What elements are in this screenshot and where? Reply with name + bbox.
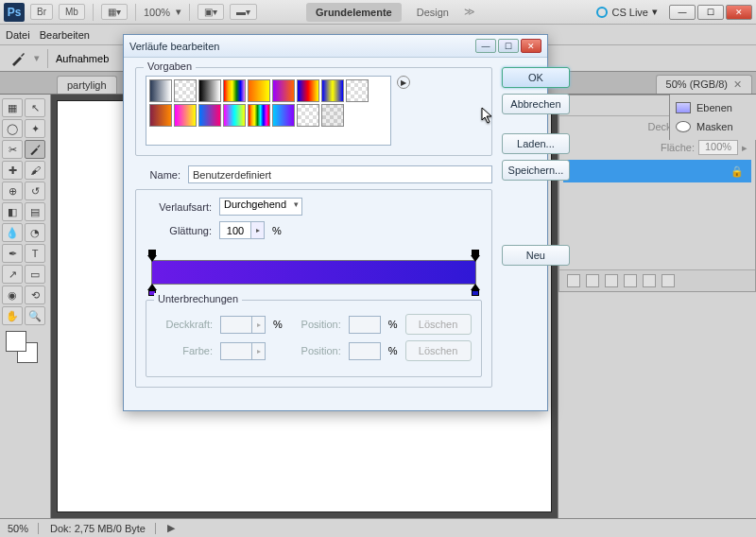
spinner-arrow-icon[interactable]: ▸	[251, 221, 265, 239]
type-label: Verlaufsart:	[146, 201, 212, 213]
preset-swatch[interactable]	[321, 104, 344, 127]
window-maximize[interactable]: ☐	[697, 5, 724, 20]
load-button[interactable]: Laden...	[502, 133, 571, 154]
tool-lasso[interactable]: ◯	[2, 119, 23, 138]
newlayer-icon[interactable]	[643, 274, 656, 287]
preset-swatch[interactable]	[272, 79, 295, 102]
color-swatches[interactable]	[6, 331, 38, 363]
window-close[interactable]: ✕	[726, 5, 752, 20]
window-minimize[interactable]: —	[669, 5, 696, 20]
presets-fieldset: Vorgaben	[135, 67, 492, 156]
preset-swatch[interactable]	[248, 104, 270, 127]
preset-swatch[interactable]	[149, 104, 172, 127]
trash-icon[interactable]	[662, 274, 675, 287]
minibridge-button[interactable]: Mb	[59, 4, 85, 20]
tool-dodge[interactable]: ◔	[25, 223, 45, 242]
tool-crop[interactable]: ✂	[2, 140, 23, 159]
mask-icon[interactable]	[586, 274, 599, 287]
stop-position-label-2: Position:	[290, 345, 341, 356]
workspace-tab-design[interactable]: Design	[407, 3, 458, 22]
tool-3d[interactable]: ◉	[2, 286, 23, 304]
tool-pen[interactable]: ✒	[2, 244, 23, 263]
tool-stamp[interactable]: ⊕	[2, 182, 23, 200]
stop-position-input-1	[349, 316, 381, 334]
tool-hand[interactable]: ✋	[2, 306, 23, 325]
preset-swatch[interactable]	[223, 104, 246, 127]
menu-datei[interactable]: Datei	[6, 29, 30, 41]
dialog-titlebar[interactable]: Verläufe bearbeiten — ☐ ✕	[124, 35, 547, 58]
preset-swatch[interactable]	[297, 104, 319, 127]
tool-blur[interactable]: 💧	[2, 223, 23, 242]
tool-type[interactable]: T	[25, 244, 45, 263]
new-button[interactable]: Neu	[502, 245, 571, 266]
stop-position-label: Position:	[290, 319, 341, 330]
preset-swatch[interactable]	[272, 104, 295, 127]
preset-swatch[interactable]	[174, 79, 197, 102]
status-arrow-icon[interactable]: ▶	[167, 522, 175, 534]
right-panel-tabs: Ebenen Masken	[669, 95, 756, 140]
fill-value[interactable]: 100%	[698, 140, 738, 155]
tool-preset-icon[interactable]	[9, 50, 26, 67]
gradient-ramp[interactable]	[146, 251, 482, 292]
cancel-button[interactable]: Abbrechen	[502, 94, 571, 114]
preset-swatch[interactable]	[321, 79, 344, 102]
smoothness-input[interactable]: ▸	[219, 221, 265, 239]
arrange-button-2[interactable]: ▬▾	[230, 4, 257, 20]
status-bar: 50% Dok: 2,75 MB/0 Byte ▶	[0, 518, 756, 537]
preset-swatch[interactable]	[297, 79, 319, 102]
tool-eraser[interactable]: ◧	[2, 202, 23, 221]
preset-swatch[interactable]	[198, 104, 221, 127]
preset-swatch[interactable]	[198, 79, 221, 102]
preset-swatch[interactable]	[223, 79, 246, 102]
close-icon[interactable]: ✕	[733, 78, 742, 90]
menu-bearbeiten[interactable]: Bearbeiten	[40, 29, 90, 41]
workspace-tab-grundelemente[interactable]: Grundelemente	[306, 3, 402, 22]
gradient-bar[interactable]	[151, 260, 476, 285]
layer-row[interactable]: 🔒	[563, 160, 751, 182]
folder-icon[interactable]	[605, 274, 618, 287]
tool-path[interactable]: ↗	[2, 265, 23, 284]
tool-heal[interactable]: ✚	[2, 161, 23, 180]
document-tab-right[interactable]: 50% (RGB/8)✕	[656, 75, 752, 94]
arrange-button-1[interactable]: ▣▾	[198, 4, 224, 20]
color-stop-right[interactable]	[471, 284, 480, 295]
zoom-display[interactable]: 100%	[144, 7, 170, 18]
opacity-stop-right[interactable]	[471, 250, 480, 261]
preset-swatch[interactable]	[248, 79, 270, 102]
adjust-icon[interactable]	[624, 274, 637, 287]
type-dropdown[interactable]: Durchgehend	[219, 198, 302, 216]
tool-history[interactable]: ↺	[25, 182, 45, 200]
preset-swatch[interactable]	[174, 104, 197, 127]
presets-grid[interactable]	[146, 76, 391, 146]
percent-label: %	[272, 225, 282, 236]
status-docinfo[interactable]: Dok: 2,75 MB/0 Byte	[50, 523, 156, 534]
tool-gradient[interactable]: ▤	[25, 202, 45, 221]
document-tab-left[interactable]: partyligh	[57, 76, 117, 94]
tool-zoom[interactable]: 🔍	[25, 306, 45, 325]
bridge-button[interactable]: Br	[30, 4, 53, 20]
screen-mode-button[interactable]: ▦▾	[101, 4, 128, 20]
preset-swatch[interactable]	[346, 79, 369, 102]
name-input[interactable]	[188, 165, 492, 183]
tool-move[interactable]: ▦	[2, 98, 23, 117]
layers-footer	[559, 269, 755, 291]
status-zoom[interactable]: 50%	[8, 523, 39, 534]
opacity-stop-left[interactable]	[147, 250, 157, 261]
preset-swatch[interactable]	[149, 79, 172, 102]
app-logo: Ps	[4, 3, 25, 22]
ok-button[interactable]: OK	[502, 67, 571, 88]
save-button[interactable]: Speichern...	[502, 160, 571, 181]
presets-menu-icon[interactable]: ▶	[397, 76, 410, 89]
dialog-maximize[interactable]: ☐	[498, 39, 519, 53]
tool-brush[interactable]: 🖌	[25, 161, 45, 180]
dialog-close[interactable]: ✕	[521, 39, 541, 53]
panel-tab-masken[interactable]: Masken	[674, 117, 752, 136]
tool-wand[interactable]: ✦	[25, 119, 45, 138]
tool-eyedropper[interactable]	[25, 140, 45, 159]
cslive-button[interactable]: CS Live▾	[596, 6, 658, 18]
tool-shape[interactable]: ▭	[25, 265, 45, 284]
dialog-minimize[interactable]: —	[475, 39, 496, 53]
tool-marquee[interactable]: ↖	[25, 98, 45, 117]
panel-tab-ebenen[interactable]: Ebenen	[674, 98, 752, 117]
tool-3drotate[interactable]: ⟲	[25, 286, 45, 304]
